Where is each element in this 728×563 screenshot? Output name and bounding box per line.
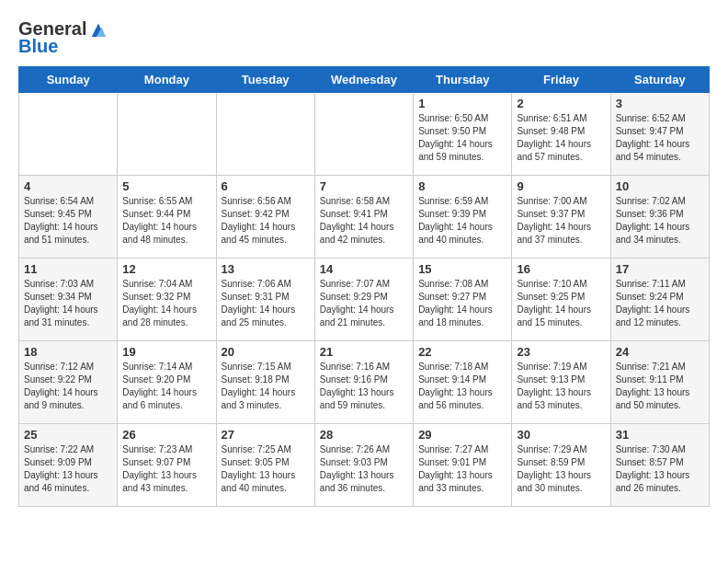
day-info: Sunrise: 7:06 AM Sunset: 9:31 PM Dayligh… <box>222 278 310 329</box>
day-number: 5 <box>122 179 210 193</box>
calendar-cell <box>19 93 118 176</box>
calendar-cell: 20Sunrise: 7:15 AM Sunset: 9:18 PM Dayli… <box>216 341 314 424</box>
day-info: Sunrise: 7:19 AM Sunset: 9:13 PM Dayligh… <box>517 361 605 412</box>
calendar-cell: 23Sunrise: 7:19 AM Sunset: 9:13 PM Dayli… <box>512 341 610 424</box>
day-info: Sunrise: 7:21 AM Sunset: 9:11 PM Dayligh… <box>616 361 704 412</box>
page-header: General Blue <box>18 18 710 57</box>
calendar-cell <box>118 93 216 176</box>
day-number: 14 <box>320 262 408 276</box>
calendar-cell: 28Sunrise: 7:26 AM Sunset: 9:03 PM Dayli… <box>314 424 413 507</box>
day-info: Sunrise: 7:25 AM Sunset: 9:05 PM Dayligh… <box>222 443 310 495</box>
day-info: Sunrise: 6:50 AM Sunset: 9:50 PM Dayligh… <box>418 112 506 164</box>
day-number: 6 <box>222 179 310 193</box>
weekday-header-saturday: Saturday <box>610 67 709 93</box>
day-number: 18 <box>24 345 112 359</box>
day-info: Sunrise: 6:56 AM Sunset: 9:42 PM Dayligh… <box>222 195 310 247</box>
calendar-table: SundayMondayTuesdayWednesdayThursdayFrid… <box>18 66 710 507</box>
day-info: Sunrise: 6:54 AM Sunset: 9:45 PM Dayligh… <box>24 195 112 247</box>
day-number: 22 <box>418 345 506 359</box>
day-number: 16 <box>517 262 605 276</box>
day-info: Sunrise: 7:26 AM Sunset: 9:03 PM Dayligh… <box>320 443 408 495</box>
week-row-3: 11Sunrise: 7:03 AM Sunset: 9:34 PM Dayli… <box>19 259 710 341</box>
calendar-cell: 8Sunrise: 6:59 AM Sunset: 9:39 PM Daylig… <box>414 176 512 259</box>
calendar-cell: 30Sunrise: 7:29 AM Sunset: 8:59 PM Dayli… <box>512 424 610 507</box>
calendar-cell: 24Sunrise: 7:21 AM Sunset: 9:11 PM Dayli… <box>610 341 709 424</box>
calendar-cell: 16Sunrise: 7:10 AM Sunset: 9:25 PM Dayli… <box>512 259 610 341</box>
calendar-cell: 12Sunrise: 7:04 AM Sunset: 9:32 PM Dayli… <box>118 259 216 341</box>
day-info: Sunrise: 7:23 AM Sunset: 9:07 PM Dayligh… <box>122 443 210 495</box>
calendar-cell: 21Sunrise: 7:16 AM Sunset: 9:16 PM Dayli… <box>314 341 413 424</box>
calendar-cell: 15Sunrise: 7:08 AM Sunset: 9:27 PM Dayli… <box>414 259 512 341</box>
day-info: Sunrise: 6:59 AM Sunset: 9:39 PM Dayligh… <box>418 195 506 247</box>
weekday-header-monday: Monday <box>118 67 216 93</box>
calendar-cell: 27Sunrise: 7:25 AM Sunset: 9:05 PM Dayli… <box>216 424 314 507</box>
day-number: 21 <box>320 345 408 359</box>
day-info: Sunrise: 7:27 AM Sunset: 9:01 PM Dayligh… <box>418 443 506 495</box>
day-info: Sunrise: 7:16 AM Sunset: 9:16 PM Dayligh… <box>320 361 408 412</box>
day-info: Sunrise: 7:14 AM Sunset: 9:20 PM Dayligh… <box>122 361 210 412</box>
week-row-5: 25Sunrise: 7:22 AM Sunset: 9:09 PM Dayli… <box>19 424 710 507</box>
day-number: 12 <box>122 262 210 276</box>
day-number: 9 <box>517 179 605 193</box>
calendar-cell: 22Sunrise: 7:18 AM Sunset: 9:14 PM Dayli… <box>414 341 512 424</box>
logo-icon <box>88 19 108 40</box>
calendar-cell: 17Sunrise: 7:11 AM Sunset: 9:24 PM Dayli… <box>610 259 709 341</box>
logo-blue: Blue <box>18 36 58 57</box>
calendar-cell: 6Sunrise: 6:56 AM Sunset: 9:42 PM Daylig… <box>216 176 314 259</box>
day-info: Sunrise: 6:51 AM Sunset: 9:48 PM Dayligh… <box>517 112 605 164</box>
day-info: Sunrise: 7:30 AM Sunset: 8:57 PM Dayligh… <box>616 443 704 495</box>
calendar-cell: 29Sunrise: 7:27 AM Sunset: 9:01 PM Dayli… <box>414 424 512 507</box>
day-info: Sunrise: 7:15 AM Sunset: 9:18 PM Dayligh… <box>222 361 310 412</box>
day-number: 24 <box>616 345 704 359</box>
calendar-cell: 9Sunrise: 7:00 AM Sunset: 9:37 PM Daylig… <box>512 176 610 259</box>
weekday-header-friday: Friday <box>512 67 610 93</box>
calendar-cell: 19Sunrise: 7:14 AM Sunset: 9:20 PM Dayli… <box>118 341 216 424</box>
day-number: 2 <box>517 97 605 110</box>
day-number: 26 <box>122 428 210 442</box>
day-info: Sunrise: 7:04 AM Sunset: 9:32 PM Dayligh… <box>122 278 210 329</box>
calendar-cell: 11Sunrise: 7:03 AM Sunset: 9:34 PM Dayli… <box>19 259 118 341</box>
weekday-header-wednesday: Wednesday <box>314 67 413 93</box>
calendar-cell: 10Sunrise: 7:02 AM Sunset: 9:36 PM Dayli… <box>610 176 709 259</box>
calendar-cell: 14Sunrise: 7:07 AM Sunset: 9:29 PM Dayli… <box>314 259 413 341</box>
day-number: 17 <box>616 262 704 276</box>
calendar-cell: 5Sunrise: 6:55 AM Sunset: 9:44 PM Daylig… <box>118 176 216 259</box>
day-info: Sunrise: 6:52 AM Sunset: 9:47 PM Dayligh… <box>616 112 704 164</box>
day-info: Sunrise: 7:18 AM Sunset: 9:14 PM Dayligh… <box>418 361 506 412</box>
day-number: 3 <box>616 97 704 110</box>
day-info: Sunrise: 7:03 AM Sunset: 9:34 PM Dayligh… <box>24 278 112 329</box>
week-row-1: 1Sunrise: 6:50 AM Sunset: 9:50 PM Daylig… <box>19 93 710 176</box>
day-info: Sunrise: 7:12 AM Sunset: 9:22 PM Dayligh… <box>24 361 112 412</box>
day-info: Sunrise: 7:22 AM Sunset: 9:09 PM Dayligh… <box>24 443 112 495</box>
day-number: 25 <box>24 428 112 442</box>
day-number: 30 <box>517 428 605 442</box>
calendar-cell: 7Sunrise: 6:58 AM Sunset: 9:41 PM Daylig… <box>314 176 413 259</box>
logo-container: General Blue <box>18 18 108 57</box>
day-number: 20 <box>222 345 310 359</box>
day-number: 8 <box>418 179 506 193</box>
logo: General Blue <box>18 18 108 57</box>
calendar-cell: 3Sunrise: 6:52 AM Sunset: 9:47 PM Daylig… <box>610 93 709 176</box>
day-number: 4 <box>24 179 112 193</box>
day-info: Sunrise: 6:55 AM Sunset: 9:44 PM Dayligh… <box>122 195 210 247</box>
day-info: Sunrise: 7:29 AM Sunset: 8:59 PM Dayligh… <box>517 443 605 495</box>
day-info: Sunrise: 7:07 AM Sunset: 9:29 PM Dayligh… <box>320 278 408 329</box>
day-number: 31 <box>616 428 704 442</box>
day-number: 15 <box>418 262 506 276</box>
calendar-cell: 1Sunrise: 6:50 AM Sunset: 9:50 PM Daylig… <box>414 93 512 176</box>
day-number: 27 <box>222 428 310 442</box>
day-number: 28 <box>320 428 408 442</box>
calendar-cell: 2Sunrise: 6:51 AM Sunset: 9:48 PM Daylig… <box>512 93 610 176</box>
calendar-cell: 25Sunrise: 7:22 AM Sunset: 9:09 PM Dayli… <box>19 424 118 507</box>
calendar-cell: 18Sunrise: 7:12 AM Sunset: 9:22 PM Dayli… <box>19 341 118 424</box>
calendar-cell <box>216 93 314 176</box>
week-row-4: 18Sunrise: 7:12 AM Sunset: 9:22 PM Dayli… <box>19 341 710 424</box>
day-number: 10 <box>616 179 704 193</box>
day-number: 11 <box>24 262 112 276</box>
calendar-cell: 4Sunrise: 6:54 AM Sunset: 9:45 PM Daylig… <box>19 176 118 259</box>
day-info: Sunrise: 7:08 AM Sunset: 9:27 PM Dayligh… <box>418 278 506 329</box>
calendar-cell <box>314 93 413 176</box>
day-number: 19 <box>122 345 210 359</box>
calendar-cell: 31Sunrise: 7:30 AM Sunset: 8:57 PM Dayli… <box>610 424 709 507</box>
weekday-header-tuesday: Tuesday <box>216 67 314 93</box>
